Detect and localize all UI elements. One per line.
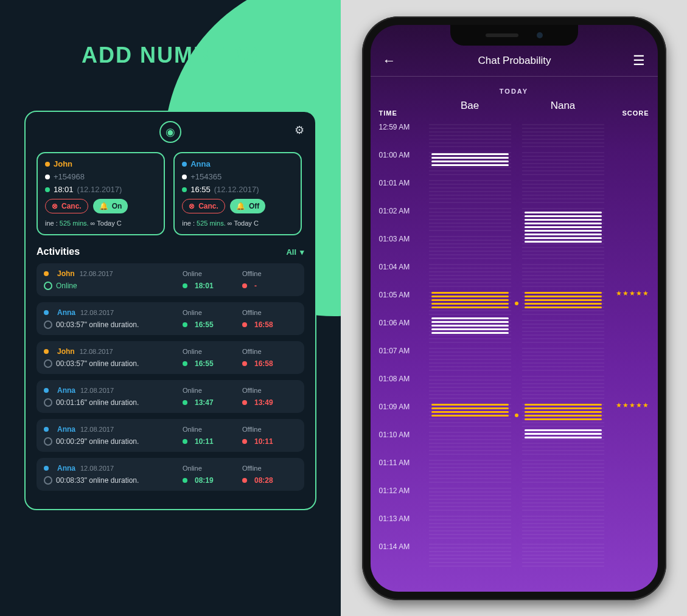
activity-online-time: 16:55 [195,320,214,329]
offline-header: Offline [242,348,297,355]
match-dot-icon [515,414,518,417]
track-cell [522,206,604,234]
track-cell [522,234,604,261]
cancel-button[interactable]: ⊗Canc. [182,199,225,213]
col-header-score: SCORE [607,100,649,117]
track-cell [522,429,604,457]
activity-item[interactable]: Anna 12.08.2017 Online Offline 00:03:57"… [37,302,304,335]
track-cell [522,289,604,317]
time-label: 01:12 AM [379,485,427,495]
time-row: 01:10 AM [371,429,658,457]
track-cell [522,541,604,569]
activity-name: Anna [57,308,75,317]
contact-time: 18:01 [54,185,74,194]
track-cell [429,289,511,317]
settings-button[interactable]: ⚙ [295,123,304,137]
time-row: 01:02 AM [371,206,658,234]
offline-header: Offline [242,270,297,277]
track-cell [429,261,511,289]
cancel-button[interactable]: ⊗Canc. [45,199,88,213]
track-cell [522,122,604,150]
time-row: 01:00 AM [371,150,658,178]
contact-card[interactable]: Anna +154365 16:55(12.12.2017) ⊗Canc. 🔔O… [173,152,302,235]
online-header: Online [183,270,237,277]
activity-online-time: 18:01 [195,282,214,290]
activity-name: Anna [57,386,75,395]
activity-status: 00:03:57" online duration. [56,320,139,329]
online-header: Online [183,426,237,433]
time-label: 01:11 AM [379,457,427,467]
time-label: 01:06 AM [379,317,427,327]
track-cell [429,317,511,345]
track-cell [429,178,511,206]
online-header: Online [183,387,237,394]
track-cell [429,234,511,261]
contact-name: Anna [190,159,211,168]
activity-status: 00:00:29" online duration. [56,437,139,446]
menu-button[interactable]: ☰ [633,53,645,69]
status-ticker: ine : 525 mins. ∞ Today C [45,220,156,227]
track-cell [522,317,604,345]
phone-screen: ← Chat Probability ☰ TODAY TIME Bae Nana… [371,25,658,592]
online-header: Online [183,465,237,472]
track-cell [429,206,511,234]
status-ticker: ine : 525 mins. ∞ Today C [182,220,293,227]
time-label: 01:02 AM [379,206,427,215]
activities-filter-dropdown[interactable]: All▾ [286,247,304,257]
time-row: 01:04 AM [371,261,658,289]
activity-online-time: 08:19 [195,476,214,485]
track-cell [429,345,511,373]
time-label: 01:03 AM [379,234,427,243]
time-row: 01:03 AM [371,234,658,261]
offline-header: Offline [242,309,297,316]
track-cell [429,373,511,401]
time-row: 01:14 AM [371,541,658,569]
offline-header: Offline [242,465,297,472]
time-row: 01:12 AM [371,485,658,513]
time-row: 01:11 AM [371,457,658,485]
track-cell [429,122,511,150]
time-label: 01:04 AM [379,261,427,271]
score-cell: ★★★★★ [607,401,649,409]
activity-date: 12.08.2017 [80,465,114,472]
track-cell [522,401,604,429]
activity-date: 12.08.2017 [80,426,114,433]
timeline[interactable]: 12:59 AM01:00 AM01:01 AM01:02 AM01:03 AM… [371,122,658,569]
time-label: 01:07 AM [379,345,427,355]
match-dot-icon [515,302,518,305]
app-title: Chat Probability [478,55,551,67]
activity-item[interactable]: Anna 12.08.2017 Online Offline 00:08:33"… [37,458,304,491]
time-row: 01:13 AM [371,513,658,541]
clock-icon [44,359,52,368]
track-cell [522,485,604,513]
phone-frame: ← Chat Probability ☰ TODAY TIME Bae Nana… [362,16,666,600]
time-label: 01:10 AM [379,429,427,439]
time-label: 01:01 AM [379,178,427,187]
back-button[interactable]: ← [383,53,396,69]
time-label: 01:13 AM [379,513,427,523]
track-cell [522,513,604,541]
activity-date: 12.08.2017 [80,309,114,316]
activities-title: Activities [37,246,80,257]
activity-item[interactable]: John 12.08.2017 Online Offline Online 18… [37,263,304,296]
col-header-time: TIME [379,100,427,117]
time-label: 01:00 AM [379,150,427,159]
bell-icon: 🔔 [236,202,245,210]
notify-toggle[interactable]: 🔔Off [230,199,265,213]
activity-name: John [57,347,75,356]
time-label: 01:09 AM [379,401,427,411]
activity-date: 12.08.2017 [80,387,114,394]
activities-list: John 12.08.2017 Online Offline Online 18… [37,263,304,491]
activity-item[interactable]: Anna 12.08.2017 Online Offline 00:01:16"… [37,380,304,413]
contact-phone: +154968 [54,172,85,181]
activity-offline-time: 08:28 [254,476,273,485]
notify-toggle[interactable]: 🔔On [93,199,128,213]
activity-online-time: 16:55 [195,359,214,368]
contact-card[interactable]: John +154968 18:01(12.12.2017) ⊗Canc. 🔔O… [37,152,165,235]
track-cell [429,457,511,485]
time-row: 01:07 AM [371,345,658,373]
contact-time: 16:55 [190,185,211,194]
activity-item[interactable]: John 12.08.2017 Online Offline 00:03:57"… [37,341,304,374]
track-cell [522,178,604,206]
activity-item[interactable]: Anna 12.08.2017 Online Offline 00:00:29"… [37,419,304,452]
